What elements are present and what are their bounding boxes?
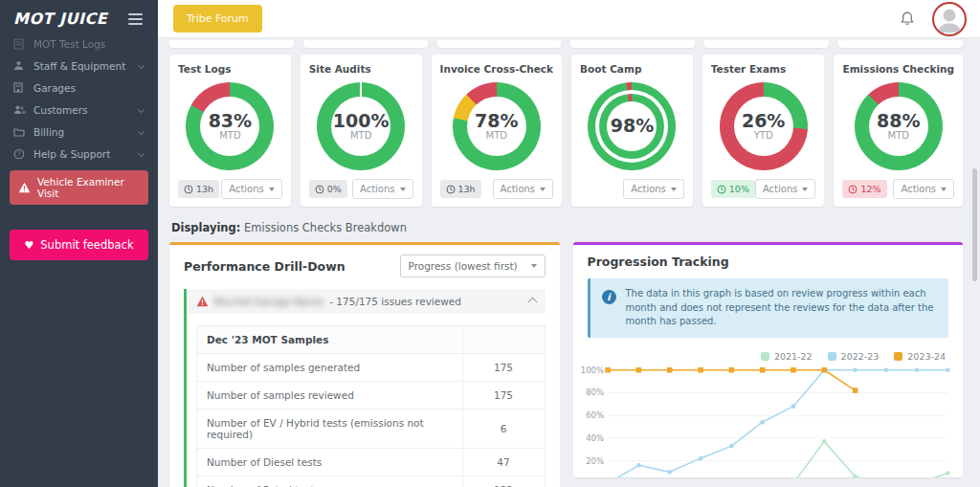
card-title: Tester Exams bbox=[711, 63, 816, 75]
actions-dropdown[interactable]: Actions bbox=[493, 179, 554, 199]
sidebar-item-customers[interactable]: Customers bbox=[0, 99, 158, 121]
submit-feedback-button[interactable]: ♥ Submit feedback bbox=[10, 230, 148, 260]
status-badge: 13h bbox=[440, 180, 481, 198]
legend-item: 2021-22 bbox=[761, 351, 813, 362]
actions-dropdown[interactable]: Actions bbox=[352, 179, 413, 199]
trend-icon bbox=[717, 185, 726, 194]
user-avatar[interactable] bbox=[932, 2, 967, 36]
info-alert-text: The data in this graph is based on revie… bbox=[626, 287, 938, 329]
users-icon bbox=[13, 104, 29, 115]
caret-down-icon bbox=[269, 188, 275, 191]
heart-icon: ♥ bbox=[24, 240, 33, 251]
status-badge: 10% bbox=[711, 180, 755, 198]
chart-legend: 2021-22 2022-23 2023-24 bbox=[579, 349, 956, 362]
donut-period: MTD bbox=[888, 130, 909, 141]
metric-card-site-audits: Site Audits 100%MTD 0% Actions bbox=[301, 55, 422, 207]
donut-chart[interactable]: 26%YTD bbox=[720, 82, 808, 170]
caret-down-icon bbox=[531, 264, 537, 268]
garage-name-redacted: Blurred Garage Name bbox=[214, 296, 323, 307]
card-title: Boot Camp bbox=[580, 63, 684, 75]
caret-down-icon bbox=[941, 188, 947, 191]
card-title: Emissions Checking bbox=[842, 63, 954, 75]
actions-dropdown[interactable]: Actions bbox=[623, 179, 684, 199]
question-icon: ? bbox=[13, 148, 29, 160]
legend-swatch bbox=[761, 352, 769, 361]
caret-down-icon bbox=[400, 188, 406, 191]
mot-samples-table: Dec '23 MOT Samples Number of samples ge… bbox=[196, 325, 546, 487]
card-stub bbox=[437, 40, 562, 48]
card-title: Test Logs bbox=[178, 63, 282, 75]
trend-icon bbox=[848, 185, 858, 194]
legend-swatch bbox=[894, 352, 902, 361]
tribe-forum-button[interactable]: Tribe Forum bbox=[173, 5, 262, 33]
legend-item: 2022-23 bbox=[828, 351, 880, 362]
hamburger-menu-icon[interactable] bbox=[126, 11, 145, 27]
sidebar-item-label: Staff & Equipment bbox=[33, 60, 138, 72]
donut-value: 98% bbox=[611, 117, 654, 136]
line-chart-svg[interactable]: 0%20%40%60%80%100%AprMayJunJulAugSepOctN… bbox=[579, 362, 956, 478]
sort-order-select[interactable]: Progress (lowest first) bbox=[400, 255, 546, 277]
table-row: Number of samples generated175 bbox=[197, 354, 546, 382]
topbar: Tribe Forum bbox=[158, 0, 980, 38]
sidebar-menu: MOT Test Logs Staff & Equipment Garages … bbox=[0, 33, 158, 165]
donut-period: MTD bbox=[219, 130, 240, 141]
actions-dropdown[interactable]: Actions bbox=[221, 179, 282, 199]
donut-chart[interactable]: 98% bbox=[588, 82, 676, 170]
donut-chart[interactable]: 78%MTD bbox=[453, 82, 541, 170]
actions-dropdown[interactable]: Actions bbox=[893, 179, 954, 199]
sidebar-item-label: Billing bbox=[33, 126, 138, 138]
status-badge: 12% bbox=[842, 180, 886, 198]
donut-value: 78% bbox=[475, 112, 518, 131]
table-header: Dec '23 MOT Samples bbox=[197, 326, 463, 354]
chevron-down-icon bbox=[138, 128, 145, 135]
user-icon bbox=[13, 60, 29, 71]
warning-triangle-icon bbox=[196, 296, 209, 307]
donut-value: 26% bbox=[742, 112, 785, 131]
file-icon bbox=[13, 38, 29, 50]
svg-text:?: ? bbox=[17, 150, 21, 158]
sidebar-item-label: MOT Test Logs bbox=[33, 38, 146, 50]
donut-period: MTD bbox=[486, 130, 507, 141]
sidebar-item-label: Vehicle Examiner Visit bbox=[37, 176, 140, 199]
table-header-row: Dec '23 MOT Samples bbox=[197, 326, 546, 354]
sidebar-item-label: Help & Support bbox=[33, 148, 138, 160]
progression-tracking-panel: Progression Tracking i The data in this … bbox=[573, 242, 964, 477]
sidebar-item-label: Garages bbox=[33, 82, 146, 94]
donut-period: YTD bbox=[754, 130, 773, 141]
table-row: Number of Petrol tests122 bbox=[197, 476, 546, 487]
card-stub bbox=[303, 40, 428, 48]
summary-suffix: - 175/175 issues reviewed bbox=[329, 296, 461, 307]
previous-row-card-stubs bbox=[158, 38, 980, 48]
svg-text:20%: 20% bbox=[586, 455, 604, 465]
sidebar-item-label: Customers bbox=[33, 104, 138, 116]
legend-item: 2023-24 bbox=[894, 351, 946, 362]
chevron-up-icon[interactable] bbox=[527, 297, 537, 306]
info-icon: i bbox=[602, 290, 616, 304]
donut-chart[interactable]: 100%MTD bbox=[317, 82, 405, 170]
garage-summary-row[interactable]: Blurred Garage Name - 175/175 issues rev… bbox=[187, 289, 546, 314]
chevron-down-icon bbox=[138, 150, 145, 157]
donut-value: 100% bbox=[333, 112, 390, 131]
sidebar-item-staff-equipment[interactable]: Staff & Equipment bbox=[0, 55, 158, 77]
table-row: Number of EV / Hybrid tests (emissions n… bbox=[197, 410, 546, 449]
progression-chart[interactable]: 2021-22 2022-23 2023-24 0%20%40%60%80%10… bbox=[573, 347, 964, 478]
sidebar-item-garages[interactable]: Garages bbox=[0, 77, 158, 99]
sidebar-item-mot-test-logs[interactable]: MOT Test Logs bbox=[0, 33, 158, 55]
donut-chart[interactable]: 88%MTD bbox=[855, 82, 943, 170]
metric-card-tester-exams: Tester Exams 26%YTD 10% Actions bbox=[702, 55, 825, 207]
donut-chart[interactable]: 83%MTD bbox=[186, 82, 274, 170]
panel-title: Performance Drill-Down bbox=[184, 259, 345, 274]
sidebar: MOT JUICE MOT Test Logs Staff & Equipmen… bbox=[0, 0, 158, 487]
sidebar-item-help-support[interactable]: ? Help & Support bbox=[0, 143, 158, 165]
displaying-label: Displaying: bbox=[171, 221, 240, 234]
sidebar-item-billing[interactable]: Billing bbox=[0, 121, 158, 143]
donut-value: 88% bbox=[877, 112, 920, 131]
sidebar-item-vehicle-examiner-visit[interactable]: Vehicle Examiner Visit bbox=[10, 170, 148, 205]
metric-card-invoice-cross-check: Invoice Cross-Check 78%MTD 13h Actions bbox=[432, 55, 563, 207]
actions-dropdown[interactable]: Actions bbox=[755, 179, 816, 199]
card-stub bbox=[169, 40, 294, 48]
notifications-bell-icon[interactable] bbox=[900, 11, 915, 27]
card-stub bbox=[704, 40, 829, 48]
scrollbar-thumb[interactable] bbox=[972, 168, 977, 281]
card-stub bbox=[838, 40, 963, 48]
